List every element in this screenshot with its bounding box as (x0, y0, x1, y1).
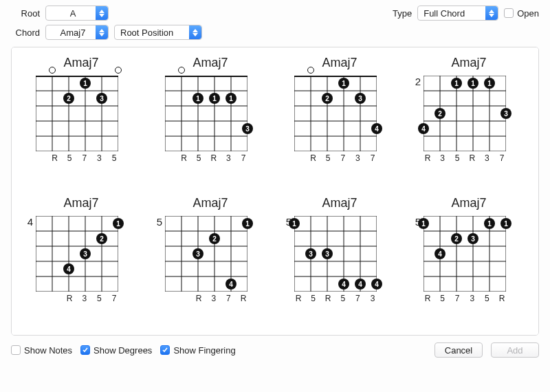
finger-dot: 4 (418, 123, 429, 134)
svg-marker-1 (99, 14, 104, 17)
finger-dot: 1 (242, 218, 253, 229)
finger-dot: 1 (209, 93, 220, 104)
chord-name: Amaj7 (192, 196, 228, 210)
svg-marker-3 (489, 14, 494, 17)
chord-diagram: 51234R37R (155, 216, 265, 303)
chord-select[interactable]: Amaj7 (45, 25, 109, 40)
chord-cell[interactable]: Amaj71234R5737 (278, 52, 402, 189)
chord-diagram: 2111234R35R37 (414, 76, 524, 163)
root-value: A (70, 8, 76, 19)
finger-dot: 4 (63, 263, 74, 274)
chevron-updown-icon (96, 6, 108, 20)
show-fingering-checkbox[interactable]: Show Fingering (160, 345, 235, 356)
chord-cell[interactable]: Amaj75111234R5735R (407, 192, 531, 329)
finger-dot: 2 (451, 233, 462, 244)
finger-dot: 1 (468, 78, 478, 89)
chord-value: Amaj7 (60, 28, 86, 38)
show-degrees-label: Show Degrees (94, 345, 152, 356)
chevron-updown-icon (485, 6, 498, 20)
start-fret-label: 2 (414, 76, 424, 87)
show-degrees-checkbox[interactable]: Show Degrees (80, 345, 152, 356)
finger-dot: 3 (305, 248, 316, 259)
finger-dot: 3 (500, 108, 512, 119)
finger-dot: 4 (371, 123, 382, 134)
svg-marker-4 (99, 29, 104, 32)
finger-dot: 1 (289, 218, 300, 229)
inversion-select[interactable]: Root Position (114, 25, 202, 40)
chord-diagram: 41234R357 (26, 216, 136, 303)
chord-diagram: 123R5735 (26, 76, 136, 163)
root-select[interactable]: A (45, 6, 109, 21)
chord-cell[interactable]: Amaj72111234R35R37 (407, 52, 531, 189)
root-label: Root (11, 8, 40, 19)
chord-diagram: 5133444R5R573 (285, 216, 395, 303)
open-string-icon (307, 67, 314, 74)
open-string-icon (49, 67, 56, 74)
chord-cell[interactable]: Amaj71113R5R37 (148, 52, 272, 189)
open-label: Open (517, 8, 539, 19)
inversion-value: Root Position (120, 28, 173, 38)
finger-dot: 1 (484, 218, 495, 229)
finger-dot: 1 (338, 78, 349, 89)
chord-cell[interactable]: Amaj751234R37R (148, 192, 272, 329)
chord-cell[interactable]: Amaj7123R5735 (19, 52, 143, 189)
finger-dot: 2 (322, 93, 333, 104)
chord-name: Amaj7 (451, 56, 486, 70)
svg-marker-2 (489, 10, 494, 13)
add-button[interactable]: Add (491, 342, 539, 358)
finger-dot: 2 (96, 233, 107, 244)
open-checkbox[interactable]: Open (504, 8, 539, 19)
show-notes-label: Show Notes (24, 345, 72, 356)
finger-dot: 4 (226, 279, 236, 290)
degree-row: R5R37 (165, 153, 248, 163)
finger-dot: 4 (371, 279, 382, 290)
degree-row: R35R37 (424, 153, 506, 163)
finger-dot: 4 (355, 279, 366, 290)
chord-cell[interactable]: Amaj741234R357 (19, 192, 143, 329)
chord-diagram: 1113R5R37 (155, 76, 265, 163)
finger-dot: 3 (355, 93, 366, 104)
chord-name: Amaj7 (451, 196, 486, 210)
show-fingering-label: Show Fingering (173, 345, 235, 356)
chevron-updown-icon (189, 25, 201, 39)
degree-row: R5R573 (294, 294, 377, 303)
svg-marker-0 (99, 10, 104, 13)
start-fret-label: 4 (26, 216, 36, 228)
svg-marker-5 (99, 33, 104, 36)
finger-dot: 2 (434, 108, 446, 119)
degree-row: R37R (165, 294, 248, 303)
finger-dot: 3 (322, 248, 333, 259)
top-controls: Root A Type Full Chord Open Chord Amaj7 (0, 0, 550, 47)
chord-diagram: 1234R5737 (285, 76, 395, 163)
chord-label: Chord (11, 28, 40, 38)
finger-dot: 1 (484, 78, 495, 89)
start-fret-label: 5 (155, 216, 165, 228)
chord-cell[interactable]: Amaj75133444R5R573 (278, 192, 402, 329)
chord-grid-panel: Amaj7123R5735Amaj71113R5R37Amaj71234R573… (11, 47, 539, 336)
bottom-bar: Show Notes Show Degrees Show Fingering C… (0, 336, 550, 364)
show-notes-checkbox[interactable]: Show Notes (11, 345, 72, 356)
degree-row: R357 (36, 294, 118, 303)
degree-row: R5737 (294, 153, 377, 163)
open-string-icon (178, 67, 185, 74)
finger-dot: 1 (80, 78, 91, 89)
degree-row: R5735R (424, 294, 506, 303)
finger-dot: 3 (96, 93, 107, 104)
finger-dot: 2 (63, 93, 74, 104)
open-string-icon (115, 67, 122, 74)
finger-dot: 4 (338, 279, 349, 290)
svg-marker-7 (192, 33, 198, 36)
finger-dot: 3 (468, 233, 478, 244)
type-select[interactable]: Full Chord (417, 6, 498, 21)
chord-name: Amaj7 (63, 196, 98, 210)
finger-dot: 1 (226, 93, 236, 104)
chord-diagram: 5111234R5735R (414, 216, 524, 303)
cancel-button[interactable]: Cancel (434, 342, 483, 358)
svg-marker-6 (192, 29, 198, 32)
finger-dot: 1 (418, 218, 429, 229)
type-value: Full Chord (424, 8, 465, 19)
finger-dot: 1 (500, 218, 512, 229)
chord-name: Amaj7 (322, 196, 357, 210)
chevron-updown-icon (96, 25, 108, 39)
finger-dot: 1 (192, 93, 204, 104)
